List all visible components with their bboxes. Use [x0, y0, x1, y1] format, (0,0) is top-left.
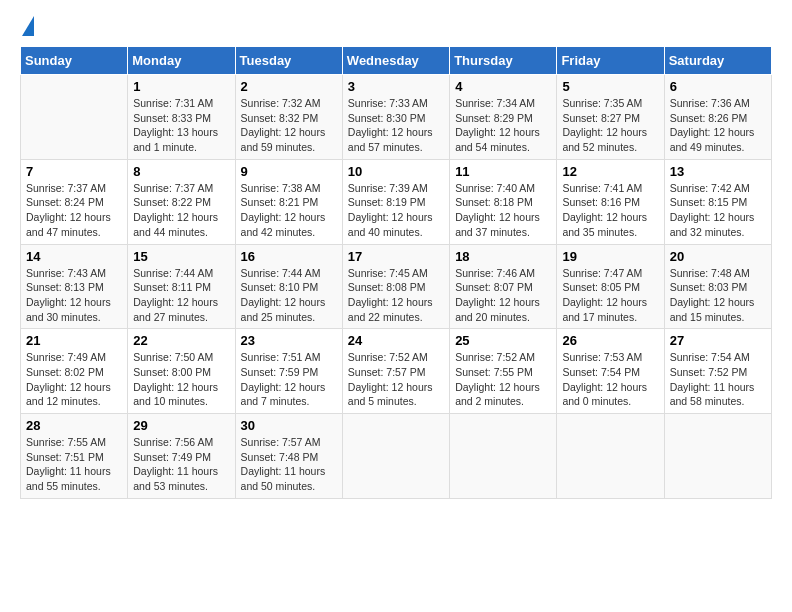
calendar-cell: 27Sunrise: 7:54 AM Sunset: 7:52 PM Dayli… — [664, 329, 771, 414]
day-number: 24 — [348, 333, 444, 348]
day-info: Sunrise: 7:52 AM Sunset: 7:57 PM Dayligh… — [348, 350, 444, 409]
day-number: 3 — [348, 79, 444, 94]
day-info: Sunrise: 7:55 AM Sunset: 7:51 PM Dayligh… — [26, 435, 122, 494]
calendar-cell: 17Sunrise: 7:45 AM Sunset: 8:08 PM Dayli… — [342, 244, 449, 329]
calendar-cell: 23Sunrise: 7:51 AM Sunset: 7:59 PM Dayli… — [235, 329, 342, 414]
column-header-saturday: Saturday — [664, 47, 771, 75]
day-number: 30 — [241, 418, 337, 433]
calendar-cell: 16Sunrise: 7:44 AM Sunset: 8:10 PM Dayli… — [235, 244, 342, 329]
calendar-cell: 30Sunrise: 7:57 AM Sunset: 7:48 PM Dayli… — [235, 414, 342, 499]
day-info: Sunrise: 7:32 AM Sunset: 8:32 PM Dayligh… — [241, 96, 337, 155]
day-number: 2 — [241, 79, 337, 94]
day-number: 15 — [133, 249, 229, 264]
day-number: 25 — [455, 333, 551, 348]
day-info: Sunrise: 7:37 AM Sunset: 8:24 PM Dayligh… — [26, 181, 122, 240]
calendar-table: SundayMondayTuesdayWednesdayThursdayFrid… — [20, 46, 772, 499]
calendar-cell: 21Sunrise: 7:49 AM Sunset: 8:02 PM Dayli… — [21, 329, 128, 414]
calendar-cell: 22Sunrise: 7:50 AM Sunset: 8:00 PM Dayli… — [128, 329, 235, 414]
day-number: 29 — [133, 418, 229, 433]
calendar-cell: 20Sunrise: 7:48 AM Sunset: 8:03 PM Dayli… — [664, 244, 771, 329]
day-number: 6 — [670, 79, 766, 94]
calendar-cell: 12Sunrise: 7:41 AM Sunset: 8:16 PM Dayli… — [557, 159, 664, 244]
calendar-cell — [450, 414, 557, 499]
day-info: Sunrise: 7:34 AM Sunset: 8:29 PM Dayligh… — [455, 96, 551, 155]
calendar-cell — [342, 414, 449, 499]
column-header-friday: Friday — [557, 47, 664, 75]
day-number: 22 — [133, 333, 229, 348]
day-info: Sunrise: 7:51 AM Sunset: 7:59 PM Dayligh… — [241, 350, 337, 409]
calendar-cell: 8Sunrise: 7:37 AM Sunset: 8:22 PM Daylig… — [128, 159, 235, 244]
day-info: Sunrise: 7:39 AM Sunset: 8:19 PM Dayligh… — [348, 181, 444, 240]
day-info: Sunrise: 7:48 AM Sunset: 8:03 PM Dayligh… — [670, 266, 766, 325]
calendar-week-row: 7Sunrise: 7:37 AM Sunset: 8:24 PM Daylig… — [21, 159, 772, 244]
day-number: 13 — [670, 164, 766, 179]
day-number: 4 — [455, 79, 551, 94]
calendar-cell: 11Sunrise: 7:40 AM Sunset: 8:18 PM Dayli… — [450, 159, 557, 244]
day-info: Sunrise: 7:52 AM Sunset: 7:55 PM Dayligh… — [455, 350, 551, 409]
calendar-cell: 13Sunrise: 7:42 AM Sunset: 8:15 PM Dayli… — [664, 159, 771, 244]
day-info: Sunrise: 7:57 AM Sunset: 7:48 PM Dayligh… — [241, 435, 337, 494]
day-number: 23 — [241, 333, 337, 348]
calendar-header-row: SundayMondayTuesdayWednesdayThursdayFrid… — [21, 47, 772, 75]
day-info: Sunrise: 7:43 AM Sunset: 8:13 PM Dayligh… — [26, 266, 122, 325]
calendar-cell: 29Sunrise: 7:56 AM Sunset: 7:49 PM Dayli… — [128, 414, 235, 499]
day-number: 19 — [562, 249, 658, 264]
calendar-cell — [664, 414, 771, 499]
calendar-cell: 25Sunrise: 7:52 AM Sunset: 7:55 PM Dayli… — [450, 329, 557, 414]
day-info: Sunrise: 7:45 AM Sunset: 8:08 PM Dayligh… — [348, 266, 444, 325]
day-number: 17 — [348, 249, 444, 264]
calendar-cell: 28Sunrise: 7:55 AM Sunset: 7:51 PM Dayli… — [21, 414, 128, 499]
day-info: Sunrise: 7:35 AM Sunset: 8:27 PM Dayligh… — [562, 96, 658, 155]
day-info: Sunrise: 7:56 AM Sunset: 7:49 PM Dayligh… — [133, 435, 229, 494]
calendar-cell — [557, 414, 664, 499]
day-info: Sunrise: 7:54 AM Sunset: 7:52 PM Dayligh… — [670, 350, 766, 409]
day-number: 27 — [670, 333, 766, 348]
page-header — [20, 20, 772, 36]
day-number: 28 — [26, 418, 122, 433]
calendar-cell: 15Sunrise: 7:44 AM Sunset: 8:11 PM Dayli… — [128, 244, 235, 329]
day-info: Sunrise: 7:42 AM Sunset: 8:15 PM Dayligh… — [670, 181, 766, 240]
calendar-cell: 1Sunrise: 7:31 AM Sunset: 8:33 PM Daylig… — [128, 75, 235, 160]
day-info: Sunrise: 7:49 AM Sunset: 8:02 PM Dayligh… — [26, 350, 122, 409]
column-header-monday: Monday — [128, 47, 235, 75]
calendar-cell: 24Sunrise: 7:52 AM Sunset: 7:57 PM Dayli… — [342, 329, 449, 414]
day-info: Sunrise: 7:53 AM Sunset: 7:54 PM Dayligh… — [562, 350, 658, 409]
day-info: Sunrise: 7:44 AM Sunset: 8:11 PM Dayligh… — [133, 266, 229, 325]
day-info: Sunrise: 7:40 AM Sunset: 8:18 PM Dayligh… — [455, 181, 551, 240]
calendar-cell — [21, 75, 128, 160]
day-info: Sunrise: 7:36 AM Sunset: 8:26 PM Dayligh… — [670, 96, 766, 155]
calendar-cell: 3Sunrise: 7:33 AM Sunset: 8:30 PM Daylig… — [342, 75, 449, 160]
day-info: Sunrise: 7:38 AM Sunset: 8:21 PM Dayligh… — [241, 181, 337, 240]
day-number: 7 — [26, 164, 122, 179]
calendar-week-row: 21Sunrise: 7:49 AM Sunset: 8:02 PM Dayli… — [21, 329, 772, 414]
calendar-cell: 6Sunrise: 7:36 AM Sunset: 8:26 PM Daylig… — [664, 75, 771, 160]
day-info: Sunrise: 7:31 AM Sunset: 8:33 PM Dayligh… — [133, 96, 229, 155]
day-number: 16 — [241, 249, 337, 264]
column-header-tuesday: Tuesday — [235, 47, 342, 75]
calendar-cell: 10Sunrise: 7:39 AM Sunset: 8:19 PM Dayli… — [342, 159, 449, 244]
calendar-cell: 18Sunrise: 7:46 AM Sunset: 8:07 PM Dayli… — [450, 244, 557, 329]
day-info: Sunrise: 7:44 AM Sunset: 8:10 PM Dayligh… — [241, 266, 337, 325]
column-header-wednesday: Wednesday — [342, 47, 449, 75]
logo — [20, 20, 34, 36]
day-info: Sunrise: 7:37 AM Sunset: 8:22 PM Dayligh… — [133, 181, 229, 240]
day-info: Sunrise: 7:46 AM Sunset: 8:07 PM Dayligh… — [455, 266, 551, 325]
day-number: 12 — [562, 164, 658, 179]
day-number: 1 — [133, 79, 229, 94]
day-info: Sunrise: 7:47 AM Sunset: 8:05 PM Dayligh… — [562, 266, 658, 325]
day-number: 5 — [562, 79, 658, 94]
calendar-week-row: 1Sunrise: 7:31 AM Sunset: 8:33 PM Daylig… — [21, 75, 772, 160]
calendar-cell: 5Sunrise: 7:35 AM Sunset: 8:27 PM Daylig… — [557, 75, 664, 160]
day-number: 18 — [455, 249, 551, 264]
calendar-cell: 4Sunrise: 7:34 AM Sunset: 8:29 PM Daylig… — [450, 75, 557, 160]
day-number: 8 — [133, 164, 229, 179]
logo-triangle-icon — [22, 16, 34, 36]
column-header-sunday: Sunday — [21, 47, 128, 75]
day-info: Sunrise: 7:33 AM Sunset: 8:30 PM Dayligh… — [348, 96, 444, 155]
calendar-cell: 14Sunrise: 7:43 AM Sunset: 8:13 PM Dayli… — [21, 244, 128, 329]
calendar-cell: 19Sunrise: 7:47 AM Sunset: 8:05 PM Dayli… — [557, 244, 664, 329]
day-info: Sunrise: 7:50 AM Sunset: 8:00 PM Dayligh… — [133, 350, 229, 409]
calendar-cell: 2Sunrise: 7:32 AM Sunset: 8:32 PM Daylig… — [235, 75, 342, 160]
day-number: 20 — [670, 249, 766, 264]
calendar-cell: 7Sunrise: 7:37 AM Sunset: 8:24 PM Daylig… — [21, 159, 128, 244]
